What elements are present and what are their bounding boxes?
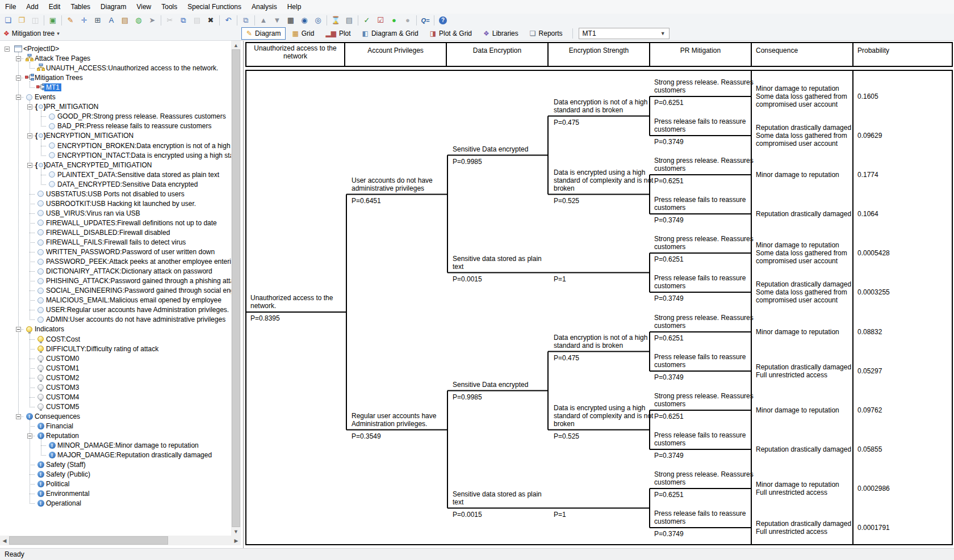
tree-item[interactable]: ADMIN:User accounts do not have administ… <box>0 315 231 325</box>
node-label-good-pr-2[interactable]: Strong press release. Reassurescustomers <box>654 157 754 172</box>
tree-item-label[interactable]: WRITTEN_PASSWORD:Password of user writte… <box>44 248 216 256</box>
find-icon[interactable]: ◉ <box>298 15 311 26</box>
node-label-good-pr-10[interactable]: Strong press release. Reassurescustomers <box>654 470 754 486</box>
tree-horizontal-scrollbar[interactable]: ◀ ▶ <box>0 536 241 545</box>
undo-icon[interactable]: ↶ <box>222 15 235 26</box>
tree-item-label[interactable]: Attack Tree Pages <box>33 54 92 62</box>
expand-collapse-toggle[interactable] <box>27 163 32 168</box>
tree-item[interactable]: CUSTOM5 <box>0 402 231 412</box>
tree-item[interactable]: {}DATA_ENCRYPTED_MITIGATION <box>0 161 231 170</box>
tab-reports[interactable]: ❏Reports <box>525 27 568 40</box>
node-label-bad-pr-9[interactable]: Press release fails to reassurecustomers <box>654 431 746 447</box>
node-label-broken-bottom[interactable]: Data encryption is not of a highstandard… <box>554 334 647 350</box>
web-icon[interactable]: ◍ <box>132 15 145 26</box>
expand-collapse-toggle[interactable] <box>16 56 21 61</box>
tree-item-label[interactable]: DATA_ENCRYPTED:Sensitive Data encrypted <box>56 180 199 188</box>
tree-item-label[interactable]: PHISHING_ATTACK:Password gained through … <box>44 277 231 285</box>
tree-item[interactable]: BAD_PR:Press release fails to reassure c… <box>0 121 231 131</box>
node-label-good-pr-4[interactable]: Strong press release. Reassurescustomers <box>654 235 754 251</box>
tree-item-label[interactable]: Environmental <box>44 490 91 498</box>
tree-item-label[interactable]: MAJOR_DAMAGE:Reputation drastically dama… <box>56 451 214 459</box>
tree-item-label[interactable]: Reputation <box>44 432 81 440</box>
scroll-down-icon[interactable]: ▼ <box>231 527 241 536</box>
tree-item-label[interactable]: FIREWALL_UPDATES:Firewall definitions no… <box>44 219 219 227</box>
tab-plot[interactable]: ▂▆Plot <box>320 27 355 40</box>
tree-item[interactable]: Events <box>0 92 231 102</box>
chevron-down-icon[interactable]: ▼ <box>660 31 666 36</box>
node-label-good-pr-0[interactable]: Strong press release. Reassurescustomers <box>654 78 754 94</box>
tree-item-label[interactable]: BAD_PR:Press release fails to reassure c… <box>56 122 213 130</box>
tree-item-label[interactable]: Operational <box>44 499 83 507</box>
node-label-encrypted-bottom[interactable]: Sensitive Data encrypted <box>453 381 528 389</box>
node-label-good-pr-8[interactable]: Strong press release. Reassurescustomers <box>654 392 754 408</box>
tree-item-label[interactable]: CUSTOM2 <box>44 374 81 382</box>
add-table-icon[interactable]: ⊞ <box>91 15 104 26</box>
tree-item[interactable]: FIREWALL_DISABLED:Firewall disabled <box>0 228 231 238</box>
tree-item-label[interactable]: Events <box>33 93 57 101</box>
node-label-bad-pr-1[interactable]: Press release fails to reassurecustomers <box>654 117 746 133</box>
node-label-intact-bottom[interactable]: Data is encrypted using a highstandard o… <box>554 404 653 428</box>
tree-item-label[interactable]: Safety (Staff) <box>44 461 87 469</box>
glass-icon[interactable]: ⌛ <box>329 15 342 26</box>
tree-item[interactable]: !Consequences <box>0 412 231 422</box>
tree-item[interactable]: COST:Cost <box>0 335 231 344</box>
tree-item[interactable]: CUSTOM4 <box>0 393 231 402</box>
tree-item[interactable]: {}ENCRYPTION_MITIGATION <box>0 131 231 141</box>
tree-vertical-scrollbar[interactable]: ▲ ▼ <box>231 41 241 536</box>
tree-item-label[interactable]: DATA_ENCRYPTED_MITIGATION <box>44 161 153 169</box>
tree-item-label[interactable]: USER:Regular user accounts have Administ… <box>44 306 231 314</box>
validate-icon[interactable]: ☑ <box>374 15 387 26</box>
tree-item[interactable]: !Safety (Public) <box>0 470 231 479</box>
expand-collapse-toggle[interactable] <box>27 104 32 110</box>
node-label-broken-top[interactable]: Data encryption is not of a highstandard… <box>554 98 647 114</box>
indicator-off-icon[interactable]: ● <box>401 15 414 26</box>
tree-item-label[interactable]: SOCIAL_ENGINEERING:Password gained throu… <box>44 287 231 294</box>
spellcheck-icon[interactable]: ✓ <box>361 15 373 26</box>
tree-item[interactable]: WRITTEN_PASSWORD:Password of user writte… <box>0 247 231 257</box>
grid-icon[interactable]: ▦ <box>284 15 297 26</box>
menu-tools[interactable]: Tools <box>156 1 182 13</box>
scroll-up-icon[interactable]: ▲ <box>231 41 241 49</box>
node-label-bad-pr-5[interactable]: Press release fails to reassurecustomers <box>654 274 746 290</box>
indicator-on-icon[interactable]: ● <box>388 15 400 26</box>
tree-item[interactable]: {}PR_MITIGATION <box>0 102 231 112</box>
find-next-icon[interactable]: ◎ <box>312 15 324 26</box>
tree-item[interactable]: DICTIONAIRY_ATTACK:Dictionary attack on … <box>0 267 231 276</box>
menu-edit[interactable]: Edit <box>44 1 66 13</box>
tree-item-label[interactable]: Financial <box>44 422 75 430</box>
tree-item-label[interactable]: ENCRYPTION_MITIGATION <box>44 132 135 140</box>
node-label-bad-pr-7[interactable]: Press release fails to reassurecustomers <box>654 353 746 369</box>
tree-item[interactable]: !Reputation <box>0 431 231 441</box>
tree-item-label[interactable]: FIREWALL_DISABLED:Firewall disabled <box>44 229 171 237</box>
expand-collapse-toggle[interactable] <box>16 75 21 81</box>
tree-item-label[interactable]: FIREWALL_FAILS:Firewall fails to detect … <box>44 238 187 246</box>
tree-item[interactable]: PASSWORD_PEEK:Attack peeks at another em… <box>0 257 231 267</box>
tab-diagram-grid[interactable]: ◧Diagram & Grid <box>357 27 424 40</box>
menu-file[interactable]: File <box>0 1 21 13</box>
page-setup-icon[interactable]: ▤ <box>343 15 355 26</box>
tree-item-label[interactable]: USBROOTKIT:USB Hacking kit launched by u… <box>44 200 198 208</box>
tree-item[interactable]: !Financial <box>0 422 231 431</box>
tree-item[interactable]: GOOD_PR:Strong press release. Reassures … <box>0 112 231 121</box>
tree-item-label[interactable]: PLAINTEXT_DATA:Sensitive data stored as … <box>56 171 221 179</box>
tree-item[interactable]: ENCRYPTION_BROKEN:Data encryption is not… <box>0 141 231 151</box>
tree-item-label[interactable]: GOOD_PR:Strong press release. Reassures … <box>56 112 228 120</box>
diagram-type-selector[interactable]: ❖ Mitigation tree ▾ <box>0 28 241 39</box>
node-label-encrypted-top[interactable]: Sensitive Data encrypted <box>453 145 528 153</box>
tree-item-label[interactable]: <ProjectID> <box>22 45 61 53</box>
add-gate-icon[interactable]: ✛ <box>78 15 90 26</box>
help-icon[interactable]: ? <box>437 15 449 26</box>
collapse-icon[interactable]: ▼ <box>271 15 283 26</box>
tab-grid[interactable]: ▦Grid <box>287 27 319 40</box>
tree-item[interactable]: !MINOR_DAMAGE:Minor damage to reputation <box>0 441 231 450</box>
image-icon[interactable]: ▣ <box>47 15 59 26</box>
expand-collapse-toggle[interactable] <box>16 327 21 332</box>
copy-icon[interactable]: ⧉ <box>177 15 190 26</box>
node-label-intact-top[interactable]: Data is encrypted using a highstandard o… <box>554 169 653 192</box>
menu-special-functions[interactable]: Special Functions <box>182 1 246 13</box>
scroll-left-icon[interactable]: ◀ <box>0 536 9 545</box>
tree-item[interactable]: CUSTOM1 <box>0 364 231 373</box>
expand-collapse-toggle[interactable] <box>27 433 32 439</box>
tree-item[interactable]: SOCIAL_ENGINEERING:Password gained throu… <box>0 286 231 296</box>
tree-item[interactable]: !Safety (Staff) <box>0 460 231 470</box>
